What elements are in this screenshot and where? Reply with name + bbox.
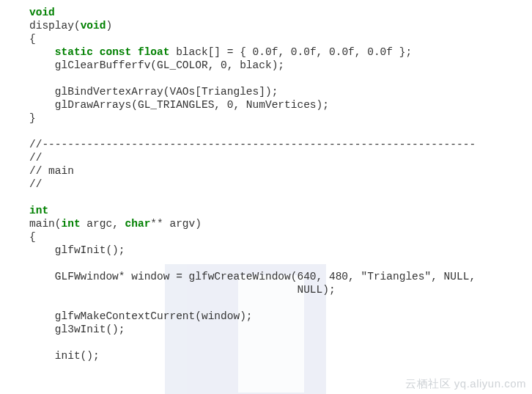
code-line: glfwMakeContextCurrent(window); [29, 310, 253, 322]
code-line: GLFWwindow* window = glfwCreateWindow(64… [29, 271, 476, 282]
keyword: void [29, 7, 55, 18]
comment-line: // main [29, 165, 74, 177]
code-line: main(int argc, char** argv) [29, 218, 202, 230]
code-line: { [29, 231, 36, 243]
code-line: { [29, 33, 36, 45]
comment-line: //--------------------------------------… [29, 139, 476, 150]
code-line: glClearBufferfv(GL_COLOR, 0, black); [29, 59, 284, 71]
comment-line: // [29, 178, 42, 190]
code-line: NULL); [29, 284, 336, 296]
keyword: int [29, 205, 48, 216]
code-block: void display(void) { static const float … [0, 0, 532, 362]
code-line: glBindVertexArray(VAOs[Triangles]); [29, 86, 278, 98]
code-line: glfwInit(); [29, 244, 125, 256]
watermark-text: 云栖社区 yq.aliyun.com [405, 377, 526, 391]
code-line: display(void) [29, 20, 112, 32]
code-line: init(); [29, 350, 100, 362]
code-line: glDrawArrays(GL_TRIANGLES, 0, NumVertice… [29, 99, 329, 111]
code-line: static const float black[] = { 0.0f, 0.0… [29, 46, 412, 58]
code-line: } [29, 112, 36, 124]
code-line: gl3wInit(); [29, 324, 125, 335]
comment-line: // [29, 152, 42, 164]
